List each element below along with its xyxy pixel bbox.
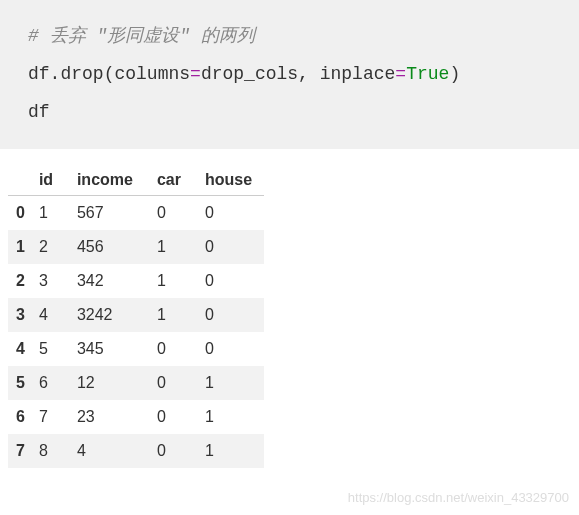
cell: 7 [35, 400, 73, 434]
table-header-row: id income car house [8, 163, 264, 196]
cell: 4 [73, 434, 153, 468]
column-header: id [35, 163, 73, 196]
code-token: , [298, 64, 320, 84]
dataframe-table: id income car house 01567001245610233421… [8, 163, 264, 468]
cell: 3242 [73, 298, 153, 332]
cell: 12 [73, 366, 153, 400]
cell: 0 [153, 400, 201, 434]
cell: 2 [35, 230, 73, 264]
cell: 5 [35, 332, 73, 366]
code-cell: # 丢弃 "形同虚设" 的两列 df.drop(columns=drop_col… [0, 0, 579, 149]
row-index: 5 [8, 366, 35, 400]
output-area: id income car house 01567001245610233421… [0, 149, 579, 476]
table-row: 1245610 [8, 230, 264, 264]
code-token: df [28, 64, 50, 84]
code-token: . [50, 64, 61, 84]
cell: 0 [201, 196, 264, 231]
code-token: True [406, 64, 449, 84]
column-header: car [153, 163, 201, 196]
table-row: 2334210 [8, 264, 264, 298]
cell: 1 [153, 298, 201, 332]
code-comment: # 丢弃 "形同虚设" 的两列 [28, 26, 255, 46]
code-token: drop_cols [201, 64, 298, 84]
code-token: columns [114, 64, 190, 84]
cell: 1 [153, 264, 201, 298]
row-index: 1 [8, 230, 35, 264]
row-index: 0 [8, 196, 35, 231]
cell: 0 [153, 332, 201, 366]
cell: 345 [73, 332, 153, 366]
row-index: 6 [8, 400, 35, 434]
cell: 8 [35, 434, 73, 468]
table-row: 34324210 [8, 298, 264, 332]
cell: 567 [73, 196, 153, 231]
table-row: 672301 [8, 400, 264, 434]
cell: 0 [153, 366, 201, 400]
code-token: inplace [320, 64, 396, 84]
table-row: 0156700 [8, 196, 264, 231]
code-token: df [28, 102, 50, 122]
code-token: = [395, 64, 406, 84]
cell: 0 [201, 264, 264, 298]
cell: 0 [201, 332, 264, 366]
cell: 342 [73, 264, 153, 298]
row-index: 3 [8, 298, 35, 332]
cell: 456 [73, 230, 153, 264]
row-index: 2 [8, 264, 35, 298]
row-index: 7 [8, 434, 35, 468]
cell: 6 [35, 366, 73, 400]
column-header: income [73, 163, 153, 196]
table-row: 561201 [8, 366, 264, 400]
cell: 0 [153, 434, 201, 468]
code-token: = [190, 64, 201, 84]
cell: 1 [35, 196, 73, 231]
cell: 0 [201, 230, 264, 264]
cell: 23 [73, 400, 153, 434]
cell: 1 [201, 400, 264, 434]
cell: 3 [35, 264, 73, 298]
table-row: 4534500 [8, 332, 264, 366]
cell: 1 [201, 434, 264, 468]
code-token: ) [449, 64, 460, 84]
cell: 1 [153, 230, 201, 264]
cell: 0 [153, 196, 201, 231]
cell: 1 [201, 366, 264, 400]
row-index: 4 [8, 332, 35, 366]
code-token: ( [104, 64, 115, 84]
index-header [8, 163, 35, 196]
table-row: 78401 [8, 434, 264, 468]
cell: 0 [201, 298, 264, 332]
column-header: house [201, 163, 264, 196]
code-token: drop [60, 64, 103, 84]
cell: 4 [35, 298, 73, 332]
